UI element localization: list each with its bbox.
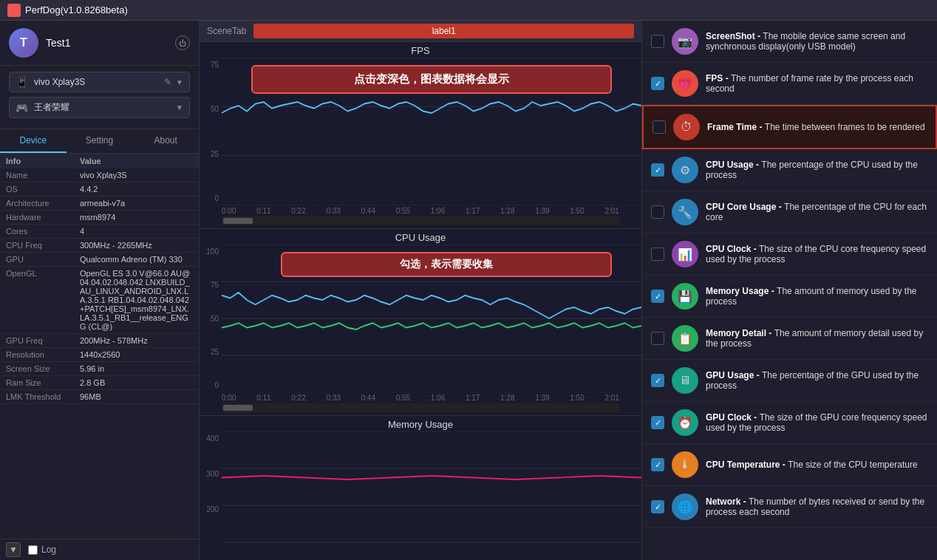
info-row: Cores4 (0, 225, 199, 239)
power-button[interactable]: ⏻ (175, 35, 190, 50)
info-row: CPU Freq300MHz - 2265MHz (0, 239, 199, 253)
metric-row-fps[interactable]: 💗FPS - The number of frame rate by the p… (642, 63, 937, 105)
device-selector-row[interactable]: 📱 vivo Xplay3S ✎ ▼ (9, 72, 190, 92)
fps-scrollbar-thumb[interactable] (223, 218, 253, 224)
metric-name-frametime: Frame Time - The time between frames to … (707, 122, 927, 132)
metric-row-frametime[interactable]: ⏱Frame Time - The time between frames to… (642, 105, 937, 149)
metric-checkbox-memory_usage[interactable] (651, 290, 664, 303)
metric-checkbox-cpu_usage[interactable] (651, 163, 664, 177)
app-logo (7, 4, 21, 17)
device-label: vivo Xplay3S (34, 77, 164, 87)
metric-checkbox-cpu_core[interactable] (651, 205, 664, 219)
memory-chart-body: 400 300 200 0 (200, 431, 641, 560)
right-panel: 📷ScreenShot - The mobile device same scr… (641, 21, 937, 560)
metric-checkbox-fps[interactable] (651, 77, 664, 90)
info-value: 1440x2560 (80, 350, 193, 359)
fps-x-axis: 0:00 0:11 0:22 0:33 0:44 0:55 1:06 1:17 … (200, 205, 641, 216)
tab-device[interactable]: Device (0, 129, 67, 153)
metric-row-cpu_clock[interactable]: 📊CPU Clock - The size of the CPU core fr… (642, 233, 937, 276)
cpu-scrollbar-thumb[interactable] (223, 405, 253, 411)
info-row: Architecturearmeabi-v7a (0, 197, 199, 211)
metric-row-network[interactable]: 🌐Network - The number of bytes received … (642, 486, 937, 528)
metric-row-memory_detail[interactable]: 📋Memory Detail - The amount of memory de… (642, 318, 937, 360)
metric-checkbox-gpu_clock[interactable] (651, 416, 664, 429)
metric-text-gpu_clock: GPU Clock - The size of the GPU core fre… (706, 412, 928, 433)
metric-text-cpu_core: CPU Core Usage - The percentage of the C… (706, 202, 928, 222)
metric-row-gpu_usage[interactable]: 🖥GPU Usage - The percentage of the GPU u… (642, 360, 937, 402)
info-key: LMK Threshold (6, 392, 80, 401)
metric-checkbox-cpu_temp[interactable] (651, 458, 664, 471)
info-value: 2.8 GB (80, 378, 193, 387)
metric-checkbox-network[interactable] (651, 500, 664, 513)
info-key: Screen Size (6, 364, 80, 373)
app-icon: 🎮 (16, 102, 28, 114)
metric-text-network: Network - The number of bytes received o… (706, 496, 928, 517)
log-checkbox[interactable] (28, 545, 38, 555)
info-value: armeabi-v7a (80, 199, 193, 208)
metric-text-gpu_usage: GPU Usage - The percentage of the GPU us… (706, 370, 928, 391)
info-row: LMK Threshold96MB (0, 390, 199, 404)
metric-row-screenshot[interactable]: 📷ScreenShot - The mobile device same scr… (642, 21, 937, 63)
metric-name-gpu_usage: GPU Usage - The percentage of the GPU us… (706, 370, 928, 391)
info-value: Qualcomm Adreno (TM) 330 (80, 255, 193, 264)
info-key: GPU (6, 255, 80, 264)
metric-name-cpu_usage: CPU Usage - The percentage of the CPU us… (706, 160, 928, 180)
app-chevron-icon: ▼ (176, 103, 183, 112)
metric-checkbox-gpu_usage[interactable] (651, 374, 664, 387)
cpu-chart-body: 100 75 50 25 0 勾选，表示需要收集 (200, 245, 641, 392)
metrics-list: 📷ScreenShot - The mobile device same scr… (642, 21, 937, 528)
metric-row-cpu_usage[interactable]: ⚙CPU Usage - The percentage of the CPU u… (642, 149, 937, 191)
metric-icon-cpu_usage: ⚙ (672, 157, 698, 183)
log-label: Log (41, 544, 56, 555)
metric-row-memory_usage[interactable]: 💾Memory Usage - The amount of memory use… (642, 276, 937, 318)
info-row: OpenGLOpenGL ES 3.0 V@66.0 AU@04.04.02.0… (0, 267, 199, 334)
metric-checkbox-memory_detail[interactable] (651, 332, 664, 345)
annotation-check: 勾选，表示需要收集 (281, 252, 612, 277)
metric-row-gpu_clock[interactable]: ⏰GPU Clock - The size of the GPU core fr… (642, 402, 937, 444)
app-title: PerfDog(v1.0.8268beta) (25, 4, 128, 16)
tab-about[interactable]: About (132, 129, 199, 153)
fps-chart-title: FPS (200, 42, 641, 58)
metric-name-cpu_clock: CPU Clock - The size of the CPU core fre… (706, 244, 928, 264)
fps-scrollbar[interactable] (222, 216, 619, 225)
chevron-down-icon: ▼ (176, 78, 183, 86)
info-value: 4.4.2 (80, 185, 193, 194)
info-key: OpenGL (6, 269, 80, 331)
info-value: msm8974 (80, 213, 193, 222)
label1-tab[interactable]: label1 (253, 24, 634, 38)
metric-checkbox-cpu_clock[interactable] (651, 247, 664, 261)
main-layout: T Test1 ⏻ 📱 vivo Xplay3S ✎ ▼ 🎮 王者荣耀 ▼ De… (0, 21, 937, 560)
metric-icon-screenshot: 📷 (672, 28, 698, 55)
metric-checkbox-frametime[interactable] (653, 120, 666, 134)
sidebar: T Test1 ⏻ 📱 vivo Xplay3S ✎ ▼ 🎮 王者荣耀 ▼ De… (0, 21, 200, 560)
info-row: Screen Size5.96 in (0, 362, 199, 376)
metric-icon-memory_detail: 📋 (672, 325, 698, 352)
tab-setting[interactable]: Setting (67, 129, 133, 153)
cpu-scrollbar[interactable] (222, 403, 619, 412)
metric-icon-cpu_clock: 📊 (672, 241, 698, 267)
info-value: 300MHz - 2265MHz (80, 241, 193, 250)
device-selector: 📱 vivo Xplay3S ✎ ▼ 🎮 王者荣耀 ▼ (0, 66, 199, 129)
info-value: 4 (80, 227, 193, 236)
center-panel: SceneTab label1 FPS 75 50 25 0 点击变深色，图表数 (200, 21, 641, 560)
metric-text-cpu_usage: CPU Usage - The percentage of the CPU us… (706, 160, 928, 180)
metric-icon-gpu_usage: 🖥 (672, 367, 698, 394)
metric-checkbox-screenshot[interactable] (651, 35, 664, 48)
scroll-controls: ▼ Log (0, 539, 199, 560)
metric-name-cpu_core: CPU Core Usage - The percentage of the C… (706, 202, 928, 222)
metric-icon-fps: 💗 (672, 70, 698, 97)
metric-row-cpu_temp[interactable]: 🌡CPU Temperature - The size of the CPU t… (642, 444, 937, 486)
annotation-dark: 点击变深色，图表数据将会显示 (251, 65, 612, 94)
cpu-y-axis: 100 75 50 25 0 (200, 245, 222, 392)
metric-name-network: Network - The number of bytes received o… (706, 496, 928, 517)
info-key: Resolution (6, 350, 80, 359)
metric-name-fps: FPS - The number of frame rate by the pr… (706, 73, 928, 94)
app-selector-row[interactable]: 🎮 王者荣耀 ▼ (9, 97, 190, 118)
metric-text-screenshot: ScreenShot - The mobile device same scre… (706, 31, 928, 52)
scroll-down-button[interactable]: ▼ (6, 542, 21, 557)
metric-text-memory_usage: Memory Usage - The amount of memory used… (706, 286, 928, 307)
profile-section: T Test1 ⏻ (0, 21, 199, 66)
info-table-header: Info Value (0, 154, 199, 168)
avatar: T (9, 28, 38, 58)
metric-row-cpu_core[interactable]: 🔧CPU Core Usage - The percentage of the … (642, 191, 937, 233)
